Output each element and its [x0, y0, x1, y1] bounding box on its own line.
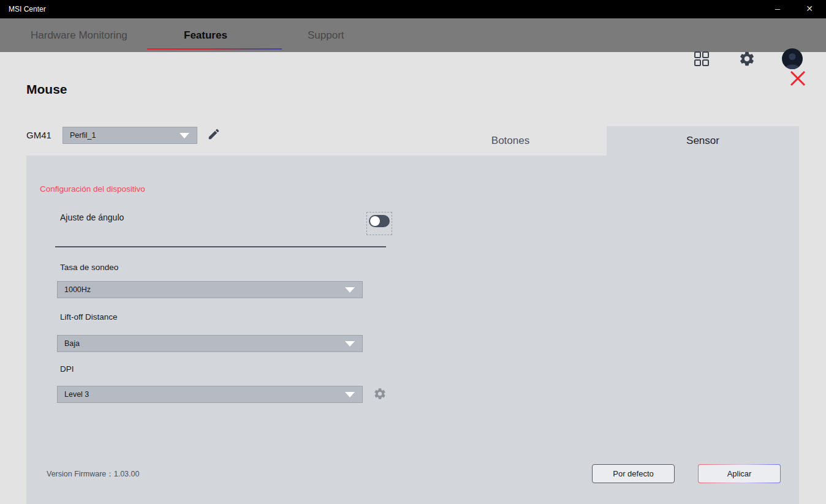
title-bar: MSI Center – ✕ [0, 0, 826, 18]
apply-button[interactable]: Aplicar [698, 464, 781, 483]
polling-rate-dropdown[interactable]: 1000Hz [57, 281, 363, 298]
liftoff-distance-value: Baja [64, 339, 80, 348]
minimize-button[interactable]: – [765, 0, 790, 18]
active-nav-underline [147, 48, 282, 50]
chevron-down-icon [180, 133, 189, 138]
nav-hardware-monitoring[interactable]: Hardware Monitoring [31, 18, 127, 52]
firmware-version-text: Version Firmware：1.03.00 [47, 469, 139, 480]
page-title: Mouse [26, 82, 67, 97]
toggle-track [369, 215, 390, 227]
device-name-label: GM41 [26, 130, 51, 140]
window-title: MSI Center [9, 0, 46, 18]
default-button[interactable]: Por defecto [592, 464, 675, 483]
nav-features[interactable]: Features [184, 18, 227, 52]
liftoff-distance-label: Lift-off Distance [60, 312, 118, 322]
dpi-settings-gear-icon[interactable] [373, 387, 387, 401]
tab-botones[interactable]: Botones [414, 126, 607, 156]
profile-dropdown-value: Perfil_1 [70, 131, 96, 140]
section-divider [55, 246, 386, 247]
apps-grid-icon[interactable] [693, 50, 710, 70]
settings-gear-icon[interactable] [738, 50, 756, 70]
panel-close-icon[interactable] [789, 69, 807, 88]
chevron-down-icon [345, 341, 355, 347]
profile-dropdown[interactable]: Perfil_1 [63, 127, 197, 144]
dpi-dropdown[interactable]: Level 3 [57, 386, 363, 403]
edit-profile-pencil-icon[interactable] [207, 127, 221, 141]
nav-support[interactable]: Support [308, 18, 344, 52]
polling-rate-label: Tasa de sondeo [60, 263, 118, 272]
toggle-knob [370, 216, 380, 226]
main-navbar: Hardware Monitoring Features Support [0, 18, 826, 52]
angle-adjustment-label: Ajuste de ángulo [60, 213, 124, 222]
angle-adjustment-toggle[interactable] [366, 212, 392, 235]
liftoff-distance-dropdown[interactable]: Baja [57, 335, 363, 352]
polling-rate-value: 1000Hz [64, 285, 91, 294]
chevron-down-icon [345, 287, 355, 293]
section-title: Configuración del dispositivo [40, 184, 145, 194]
tab-sensor[interactable]: Sensor [607, 126, 799, 156]
user-avatar[interactable] [782, 48, 803, 72]
dpi-label: DPI [60, 364, 74, 374]
dpi-value: Level 3 [64, 390, 89, 399]
window-close-button[interactable]: ✕ [797, 0, 822, 18]
sensor-settings-panel [26, 156, 799, 504]
chevron-down-icon [345, 392, 355, 397]
